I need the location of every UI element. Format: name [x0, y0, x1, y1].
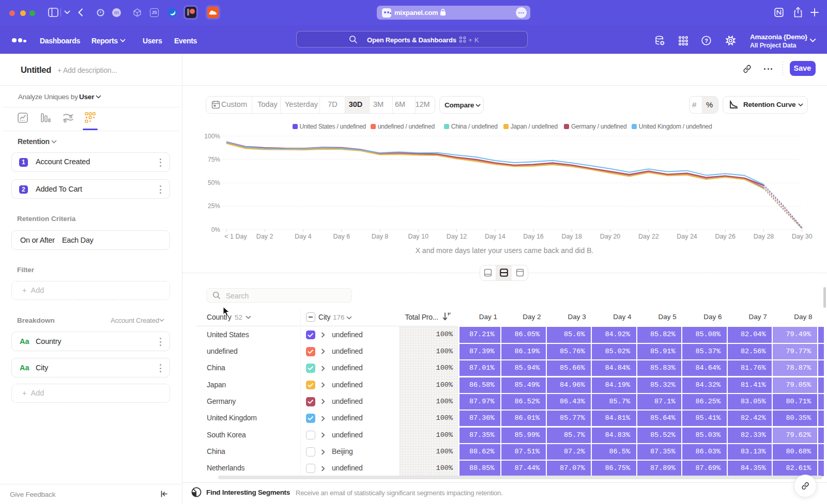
svg-text:Day 30: Day 30	[792, 233, 813, 240]
svg-text:Day 16: Day 16	[523, 233, 544, 240]
svg-text:100%: 100%	[204, 133, 220, 140]
svg-text:Day 18: Day 18	[561, 233, 582, 240]
svg-text:75%: 75%	[208, 156, 220, 163]
svg-text:25%: 25%	[208, 202, 220, 210]
svg-text:Day 8: Day 8	[372, 233, 389, 240]
svg-text:Day 12: Day 12	[447, 233, 467, 240]
svg-text:0%: 0%	[211, 226, 221, 233]
svg-text:Day 4: Day 4	[295, 233, 312, 240]
svg-text:Day 22: Day 22	[638, 233, 659, 240]
svg-text:< 1 Day: < 1 Day	[224, 233, 247, 240]
svg-text:Day 28: Day 28	[754, 233, 774, 240]
svg-text:Day 20: Day 20	[600, 233, 621, 240]
svg-text:Day 6: Day 6	[333, 233, 350, 240]
svg-text:Day 26: Day 26	[715, 233, 736, 240]
svg-text:Day 2: Day 2	[256, 233, 273, 240]
svg-text:Day 24: Day 24	[677, 233, 697, 240]
svg-text:Day 14: Day 14	[485, 233, 506, 240]
svg-text:50%: 50%	[208, 179, 220, 186]
svg-text:?: ?	[705, 38, 708, 44]
svg-text:Day 10: Day 10	[408, 233, 428, 240]
